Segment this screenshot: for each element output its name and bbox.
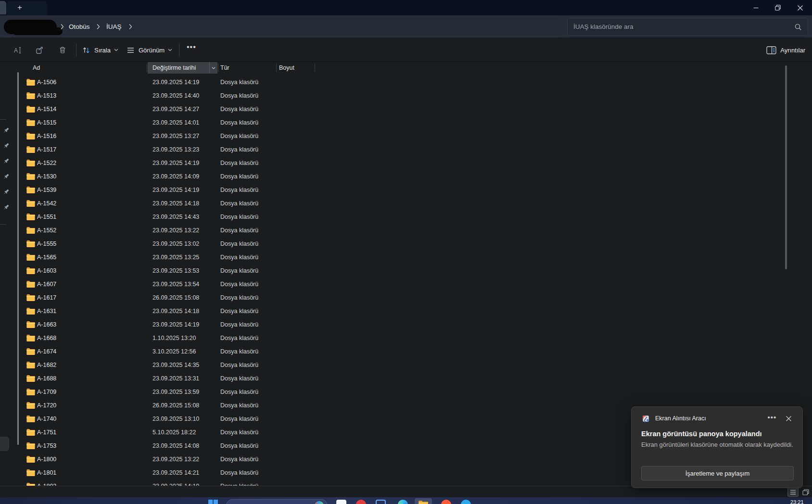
taskbar-clock[interactable]: 23:21 (790, 499, 804, 504)
taskbar: 23:21 (0, 497, 812, 504)
table-row[interactable]: A-1555 23.09.2025 13:02 Dosya klasörü (21, 237, 812, 251)
details-pane-button[interactable]: Ayrıntılar (766, 43, 805, 57)
file-type: Dosya klasörü (220, 439, 258, 453)
file-date-modified: 23.09.2025 14:10 (152, 479, 199, 486)
file-name: A-1515 (37, 116, 56, 129)
folder-icon (26, 469, 35, 476)
new-tab-button[interactable]: + (14, 2, 25, 13)
start-button[interactable] (208, 500, 218, 504)
more-options-button[interactable]: ••• (187, 43, 196, 51)
nav-scrollbar[interactable] (17, 72, 19, 445)
table-row[interactable]: A-1617 26.09.2025 15:08 Dosya klasörü (21, 291, 812, 304)
file-type: Dosya klasörü (220, 237, 258, 251)
file-name: A-1603 (37, 264, 56, 277)
tab-fragment (0, 1, 6, 14)
table-row[interactable]: A-1709 23.09.2025 13:59 Dosya klasörü (21, 385, 812, 399)
file-name: A-1802 (37, 479, 56, 486)
column-header-size[interactable]: Boyut (279, 62, 294, 74)
table-row[interactable]: A-1668 1.10.2025 13:20 Dosya klasörü (21, 331, 812, 345)
file-name: A-1555 (37, 237, 56, 251)
taskbar-search-box[interactable] (226, 499, 328, 504)
table-row[interactable]: A-1539 23.09.2025 14:19 Dosya klasörü (21, 183, 812, 197)
column-header-modified[interactable]: Değiştirme tarihi (148, 62, 209, 74)
nav-separator (0, 224, 6, 225)
table-row[interactable]: A-1688 23.09.2025 13:31 Dosya klasörü (21, 372, 812, 385)
table-row[interactable]: A-1663 23.09.2025 14:19 Dosya klasörü (21, 318, 812, 331)
file-date-modified: 23.09.2025 14:27 (152, 102, 199, 116)
vertical-scrollbar[interactable] (785, 65, 787, 269)
sort-button[interactable]: Sırala (82, 43, 118, 57)
taskbar-app-word[interactable] (336, 500, 346, 504)
taskbar-app-edge[interactable] (398, 500, 408, 504)
pinned-item[interactable] (2, 173, 10, 180)
table-row[interactable]: A-1530 23.09.2025 14:09 Dosya klasörü (21, 170, 812, 183)
nav-selected-item[interactable] (0, 437, 9, 451)
table-row[interactable]: A-1565 23.09.2025 13:25 Dosya klasörü (21, 251, 812, 264)
active-tab[interactable] (7, 1, 47, 15)
pin-icon (2, 189, 10, 196)
pinned-item[interactable] (2, 204, 10, 211)
share-button[interactable] (34, 45, 45, 55)
folder-icon (26, 119, 35, 126)
table-row[interactable]: A-1516 23.09.2025 13:27 Dosya klasörü (21, 129, 812, 143)
breadcrumb-item-iuas[interactable]: İUAŞ (104, 18, 124, 36)
view-button[interactable]: Görünüm (126, 43, 172, 57)
folder-icon (26, 294, 35, 301)
table-row[interactable]: A-1682 23.09.2025 14:35 Dosya klasörü (21, 358, 812, 372)
breadcrumb-item-otobus[interactable]: Otobüs (67, 18, 92, 36)
minimize-button[interactable] (745, 0, 767, 15)
taskbar-app-telegram[interactable] (461, 500, 471, 504)
table-row[interactable]: A-1631 23.09.2025 14:18 Dosya klasörü (21, 304, 812, 318)
pinned-item[interactable] (2, 158, 10, 165)
file-date-modified: 26.09.2025 15:08 (152, 399, 199, 412)
toast-more-button[interactable]: ••• (767, 413, 777, 421)
taskbar-file-explorer[interactable] (415, 498, 432, 504)
search-icon[interactable] (794, 23, 802, 31)
column-filter-button[interactable] (209, 62, 217, 74)
table-row[interactable]: A-1513 23.09.2025 14:40 Dosya klasörü (21, 89, 812, 102)
rename-button[interactable]: A (12, 45, 23, 55)
taskbar-app-orange[interactable] (441, 500, 451, 504)
toast-close-button[interactable] (783, 414, 794, 423)
table-row[interactable]: A-1506 23.09.2025 14:19 Dosya klasörü (21, 76, 812, 89)
column-header-type[interactable]: Tür (220, 62, 229, 74)
table-row[interactable]: A-1517 23.09.2025 13:23 Dosya klasörü (21, 143, 812, 156)
table-row[interactable]: A-1514 23.09.2025 14:27 Dosya klasörü (21, 102, 812, 116)
search-highlights-icon[interactable] (315, 501, 324, 504)
folder-icon (26, 348, 35, 355)
file-type: Dosya klasörü (220, 453, 258, 466)
search-input[interactable] (573, 19, 785, 35)
table-row[interactable]: A-1542 23.09.2025 14:18 Dosya klasörü (21, 197, 812, 210)
file-name: A-1607 (37, 277, 56, 291)
table-row[interactable]: A-1552 23.09.2025 13:22 Dosya klasörü (21, 224, 812, 237)
pinned-item[interactable] (2, 189, 10, 196)
chevron-down-icon (168, 49, 172, 51)
taskbar-app-red[interactable] (356, 500, 366, 504)
search-box[interactable] (567, 18, 808, 36)
table-row[interactable]: A-1515 23.09.2025 14:01 Dosya klasörü (21, 116, 812, 129)
details-view-toggle[interactable] (787, 487, 799, 497)
file-type: Dosya klasörü (220, 358, 258, 372)
file-type: Dosya klasörü (220, 156, 258, 170)
file-date-modified: 23.09.2025 13:23 (152, 143, 199, 156)
table-row[interactable]: A-1603 23.09.2025 13:53 Dosya klasörü (21, 264, 812, 277)
table-row[interactable]: A-1607 23.09.2025 13:54 Dosya klasörü (21, 277, 812, 291)
file-date-modified: 3.10.2025 12:56 (152, 345, 196, 358)
file-type: Dosya klasörü (220, 197, 258, 210)
table-row[interactable]: A-1674 3.10.2025 12:56 Dosya klasörü (21, 345, 812, 358)
pinned-item[interactable] (2, 127, 10, 134)
file-name: A-1517 (37, 143, 56, 156)
toast-title: Ekran görüntüsü panoya kopyalandı (641, 430, 762, 438)
column-header-name[interactable]: Ad (33, 62, 40, 74)
restore-button[interactable] (767, 0, 789, 15)
address-bar[interactable]: Otobüs İUAŞ (4, 18, 561, 36)
delete-button[interactable] (57, 45, 68, 55)
taskbar-app-blue-outline[interactable] (376, 500, 386, 504)
table-row[interactable]: A-1551 23.09.2025 14:43 Dosya klasörü (21, 210, 812, 224)
large-icons-view-toggle[interactable] (800, 487, 811, 497)
toast-action-button[interactable]: İşaretleme ve paylaşım (641, 466, 794, 480)
close-button[interactable] (789, 0, 811, 15)
file-date-modified: 23.09.2025 13:27 (152, 129, 199, 143)
pinned-item[interactable] (2, 142, 10, 150)
table-row[interactable]: A-1522 23.09.2025 14:19 Dosya klasörü (21, 156, 812, 170)
